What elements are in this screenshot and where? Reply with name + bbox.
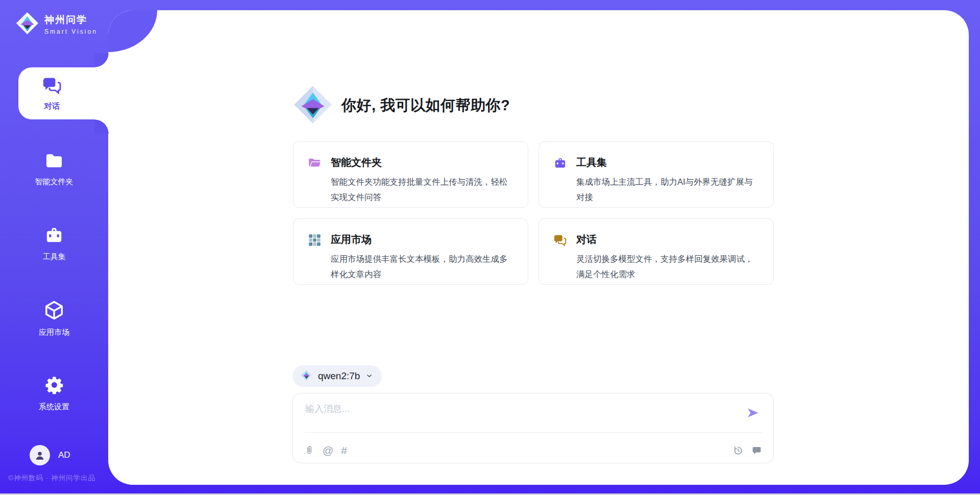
message-input[interactable] [305,403,734,429]
sidebar-item-market[interactable]: 应用市场 [0,300,108,337]
card-description: 灵活切换多模型文件，支持多样回复效果调试，满足个性化需求 [576,251,761,282]
user-profile[interactable]: AD [30,445,70,465]
history-icon [732,445,744,456]
model-selector[interactable]: qwen2:7b [292,365,382,387]
card-description: 集成市场上主流工具，助力AI与外界无缝扩展与对接 [576,174,761,205]
chat-history-button[interactable] [751,445,762,456]
greeting-title: 你好, 我可以如何帮助你? [341,95,510,116]
history-button[interactable] [732,445,744,456]
composer-divider [304,432,762,433]
feature-card-chat[interactable]: 对话 灵活切换多模型文件，支持多样回复效果调试，满足个性化需求 [538,218,774,285]
sidebar-item-folders[interactable]: 智能文件夹 [0,151,108,187]
feature-card-folders[interactable]: 智能文件夹 智能文件夹功能支持批量文件上传与清洗，轻松实现文件问答 [293,141,528,208]
cube-icon [43,300,65,323]
copyright: ©神州数码 · 神州问学出品 [8,474,95,483]
tab-scoop-top [94,53,109,67]
sidebar-item-label: 工具集 [43,252,66,262]
folder-open-icon [308,156,322,207]
paperclip-icon [304,444,315,456]
gear-icon [43,374,65,398]
card-title: 智能文件夹 [331,156,516,169]
folder-icon [43,151,65,172]
card-title: 对话 [576,233,761,246]
hashtag-button[interactable]: # [341,445,347,456]
card-description: 智能文件夹功能支持批量文件上传与清洗，轻松实现文件问答 [331,174,516,205]
sidebar-item-label: 智能文件夹 [35,177,74,187]
greeting: 你好, 我可以如何帮助你? [292,84,510,127]
tab-scoop-bottom [94,119,109,134]
hash-icon: # [341,445,347,456]
chat-bubbles-icon [553,233,567,284]
brand-name: 神州问学 [44,13,97,27]
sidebar-item-label: 系统设置 [39,402,69,412]
toolbox-icon [43,225,65,247]
model-name: qwen2:7b [318,370,360,382]
feature-cards: 智能文件夹 智能文件夹功能支持批量文件上传与清洗，轻松实现文件问答 工具集 集成… [293,141,774,285]
main-panel: 你好, 我可以如何帮助你? 智能文件夹 智能文件夹功能支持批量文件上传与清洗，轻… [108,10,969,485]
composer: @ # [292,393,774,463]
sidebar-item-tools[interactable]: 工具集 [0,225,108,262]
model-diamond-logo-icon [301,369,312,383]
sidebar-header-curve [108,10,157,52]
sidebar-item-label: 应用市场 [39,328,69,337]
feature-card-market[interactable]: 应用市场 应用市场提供丰富长文本模板，助力高效生成多样化文章内容 [293,218,528,285]
chat-icon [42,75,62,97]
card-title: 工具集 [576,156,761,169]
brand-subtitle: Smart Vision [44,28,97,35]
attach-button[interactable] [304,444,315,456]
card-title: 应用市场 [331,233,516,246]
send-icon [746,406,760,420]
brand: 神州问学 Smart Vision [15,11,97,37]
chevron-down-icon [365,372,373,382]
feature-card-tools[interactable]: 工具集 集成市场上主流工具，助力AI与外界无缝扩展与对接 [538,141,774,208]
sidebar-item-settings[interactable]: 系统设置 [0,374,108,412]
toolbox-icon [553,156,567,207]
avatar [30,445,50,465]
mention-button[interactable]: @ [323,445,333,456]
sidebar-item-label: 对话 [44,101,60,112]
card-description: 应用市场提供丰富长文本模板，助力高效生成多样化文章内容 [331,251,516,282]
send-button[interactable] [746,406,760,420]
grid-icon [308,233,322,284]
chat-bubble-icon [751,445,762,456]
greeting-diamond-logo-icon [292,84,333,127]
brand-diamond-logo-icon [15,11,39,37]
user-name: AD [58,450,70,460]
at-icon: @ [323,445,333,456]
person-icon [33,449,46,462]
sidebar-item-chat[interactable]: 对话 [18,67,109,119]
